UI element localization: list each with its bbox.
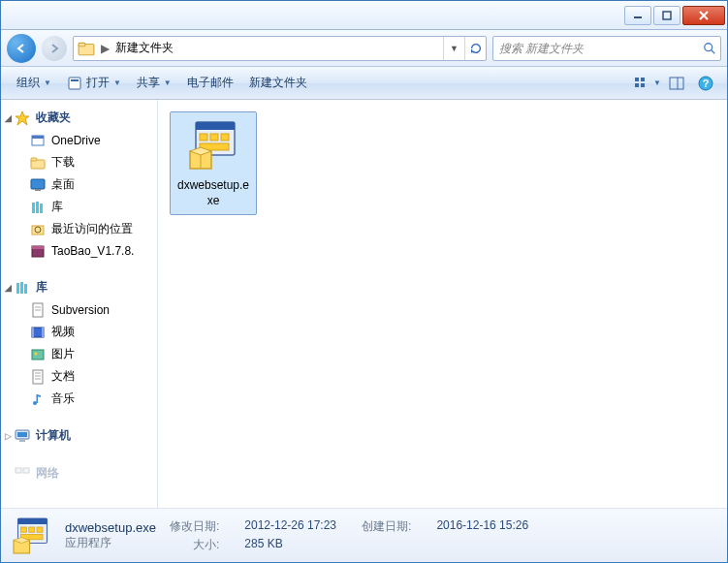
libraries-label: 库: [36, 279, 47, 296]
svg-rect-27: [40, 203, 43, 213]
breadcrumb-folder[interactable]: 新建文件夹: [111, 37, 179, 60]
new-folder-label: 新建文件夹: [249, 75, 307, 91]
maximize-icon: [662, 11, 672, 20]
search-box[interactable]: [492, 36, 721, 61]
chevron-down-icon: ▼: [44, 78, 51, 87]
breadcrumb-separator: ▶: [99, 42, 111, 55]
sidebar-item-videos[interactable]: 视频: [1, 321, 157, 343]
preview-pane-button[interactable]: [663, 72, 690, 95]
svg-rect-23: [31, 179, 45, 189]
libraries-icon: [15, 280, 30, 296]
minimize-button[interactable]: [624, 6, 651, 25]
details-size-value: 285 KB: [244, 537, 336, 553]
network-label: 网络: [36, 465, 59, 482]
svg-rect-57: [210, 134, 218, 141]
search-input[interactable]: [493, 42, 699, 55]
svg-rect-14: [670, 78, 683, 89]
sidebar-item-label: TaoBao_V1.7.8.: [51, 244, 134, 258]
sidebar-item-label: 最近访问的位置: [51, 221, 133, 237]
organize-label: 组织: [16, 75, 40, 91]
svg-rect-58: [221, 134, 229, 141]
folder-icon: [78, 40, 95, 57]
view-options-button[interactable]: ▼: [634, 72, 661, 95]
svg-rect-10: [635, 78, 639, 81]
details-created-label: 创建日期:: [362, 518, 411, 535]
svg-rect-31: [32, 246, 44, 249]
picture-icon: [30, 347, 46, 362]
sidebar-item-subversion[interactable]: Subversion: [1, 299, 157, 321]
sidebar-network-header[interactable]: 网络: [1, 461, 157, 485]
maximize-button[interactable]: [653, 6, 681, 25]
share-label: 共享: [137, 75, 160, 91]
sidebar-item-label: 桌面: [51, 176, 75, 193]
svg-rect-55: [196, 122, 235, 130]
svg-rect-8: [69, 78, 80, 89]
chevron-down-icon: ▼: [164, 78, 172, 87]
email-button[interactable]: 电子邮件: [179, 71, 241, 95]
collapse-icon: ◢: [5, 283, 12, 293]
help-icon: ?: [698, 76, 713, 91]
svg-rect-5: [79, 43, 85, 46]
sidebar-item-desktop[interactable]: 桌面: [1, 173, 157, 196]
sidebar[interactable]: ◢ 收藏夹 OneDrive 下载 桌面 库 最近访问的: [1, 100, 158, 508]
svg-text:?: ?: [703, 78, 710, 89]
breadcrumb-label: 新建文件夹: [115, 40, 174, 56]
sidebar-item-music[interactable]: 音乐: [1, 388, 157, 410]
sidebar-item-taobao[interactable]: TaoBao_V1.7.8.: [1, 240, 157, 262]
archive-icon: [30, 243, 46, 259]
close-button[interactable]: [682, 6, 725, 25]
sidebar-item-recent[interactable]: 最近访问的位置: [1, 218, 157, 240]
sidebar-item-libraries-fav[interactable]: 库: [1, 196, 157, 218]
sidebar-item-documents[interactable]: 文档: [1, 365, 157, 388]
svg-point-42: [35, 352, 38, 355]
sidebar-computer-header[interactable]: ▷ 计算机: [1, 423, 157, 448]
share-button[interactable]: 共享 ▼: [129, 71, 179, 95]
onedrive-icon: [30, 133, 46, 148]
new-folder-button[interactable]: 新建文件夹: [241, 71, 315, 95]
details-filename: dxwebsetup.exe: [65, 520, 156, 535]
sidebar-libraries-header[interactable]: ◢ 库: [1, 275, 157, 299]
sidebar-item-onedrive[interactable]: OneDrive: [1, 130, 157, 151]
svg-rect-26: [36, 202, 39, 213]
svg-rect-11: [641, 78, 645, 81]
svg-rect-20: [32, 136, 44, 139]
body: ◢ 收藏夹 OneDrive 下载 桌面 库 最近访问的: [1, 100, 727, 508]
svg-rect-41: [32, 350, 44, 360]
svg-line-7: [712, 49, 715, 53]
svg-marker-18: [16, 111, 29, 125]
computer-icon: [15, 428, 30, 444]
help-button[interactable]: ?: [692, 72, 719, 95]
search-icon: [703, 42, 716, 55]
libraries-icon: [30, 200, 46, 215]
svg-rect-64: [18, 518, 47, 524]
details-pane: dxwebsetup.exe 应用程序 修改日期: 2012-12-26 17:…: [1, 508, 727, 562]
recent-icon: [30, 222, 46, 237]
nav-back-button[interactable]: [7, 34, 36, 63]
sidebar-favorites-header[interactable]: ◢ 收藏夹: [1, 106, 157, 130]
svg-rect-65: [21, 527, 27, 532]
address-bar[interactable]: ▶ 新建文件夹 ▼: [73, 36, 487, 61]
refresh-button[interactable]: [464, 37, 486, 60]
search-button[interactable]: [699, 42, 720, 55]
refresh-icon: [469, 42, 483, 55]
organize-button[interactable]: 组织 ▼: [9, 71, 59, 95]
address-dropdown-button[interactable]: ▼: [443, 37, 464, 60]
sidebar-item-label: 库: [51, 199, 63, 215]
installer-exe-icon: [11, 516, 51, 556]
open-button[interactable]: 打开 ▼: [59, 71, 129, 95]
desktop-icon: [30, 177, 46, 193]
sidebar-item-label: Subversion: [51, 303, 110, 317]
sidebar-item-pictures[interactable]: 图片: [1, 343, 157, 365]
nav-forward-button[interactable]: [42, 36, 67, 61]
favorites-label: 收藏夹: [36, 109, 71, 126]
file-item[interactable]: dxwebsetup.exe: [170, 111, 257, 215]
svg-rect-40: [42, 328, 44, 337]
svg-rect-25: [32, 203, 35, 213]
document-icon: [30, 302, 46, 318]
svg-rect-24: [35, 189, 41, 191]
document-icon: [30, 369, 46, 385]
close-icon: [698, 11, 710, 20]
sidebar-item-downloads[interactable]: 下载: [1, 151, 157, 173]
file-list[interactable]: dxwebsetup.exe: [158, 100, 727, 508]
sidebar-item-label: 下载: [51, 154, 75, 171]
